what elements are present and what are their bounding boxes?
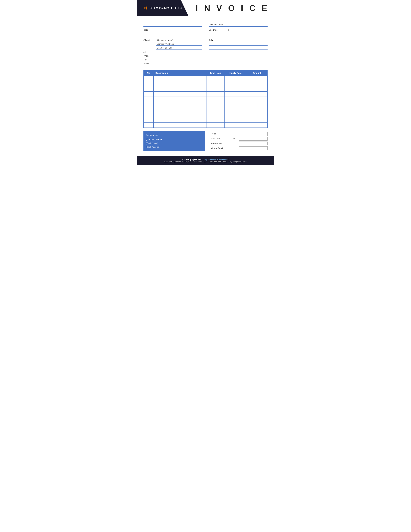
job-field-1[interactable]	[219, 39, 268, 42]
cell-8-0[interactable]	[144, 117, 154, 123]
cell-0-3[interactable]	[224, 76, 246, 81]
cell-4-2[interactable]	[206, 97, 224, 102]
col-amount: Amount	[246, 70, 267, 76]
footer-section: Payment to : [Company Name] [Bank Name] …	[137, 131, 274, 151]
cell-0-2[interactable]	[206, 76, 224, 81]
payment-title: Payment to :	[146, 133, 202, 137]
total-label: Total	[211, 133, 231, 135]
payment-terms-label: Payment Terms	[209, 23, 228, 26]
cell-1-2[interactable]	[206, 81, 224, 86]
table-row[interactable]	[144, 86, 268, 92]
cell-5-3[interactable]	[224, 102, 246, 107]
cell-5-4[interactable]	[246, 102, 267, 107]
table-section: No Description Total Hour Hourly Rate Am…	[137, 70, 274, 128]
client-address[interactable]: [Company Address]	[156, 43, 202, 46]
cell-6-0[interactable]	[144, 107, 154, 112]
cell-2-0[interactable]	[144, 86, 154, 92]
cell-9-2[interactable]	[206, 123, 224, 128]
cell-6-3[interactable]	[224, 107, 246, 112]
cell-1-1[interactable]	[153, 81, 206, 86]
cell-9-1[interactable]	[153, 123, 206, 128]
cell-7-2[interactable]	[206, 112, 224, 117]
cell-0-1[interactable]	[153, 76, 206, 81]
cell-7-4[interactable]	[246, 112, 267, 117]
cell-2-2[interactable]	[206, 86, 224, 92]
cell-7-0[interactable]	[144, 112, 154, 117]
table-row[interactable]	[144, 112, 268, 117]
cell-6-1[interactable]	[153, 107, 206, 112]
cell-9-0[interactable]	[144, 123, 154, 128]
invoice-table: No Description Total Hour Hourly Rate Am…	[143, 70, 268, 128]
cell-5-1[interactable]	[153, 102, 206, 107]
table-row[interactable]	[144, 107, 268, 112]
cell-0-4[interactable]	[246, 76, 267, 81]
table-row[interactable]	[144, 92, 268, 97]
job-field-4[interactable]	[209, 50, 268, 53]
attn-value[interactable]	[157, 50, 202, 53]
cell-3-3[interactable]	[224, 92, 246, 97]
cell-3-2[interactable]	[206, 92, 224, 97]
job-field-3[interactable]	[209, 47, 268, 49]
cell-4-3[interactable]	[224, 97, 246, 102]
cell-4-4[interactable]	[246, 97, 267, 102]
cell-6-2[interactable]	[206, 107, 224, 112]
total-row: Total	[211, 132, 268, 136]
cell-0-0[interactable]	[144, 76, 154, 81]
cell-5-0[interactable]	[144, 102, 154, 107]
table-row[interactable]	[144, 97, 268, 102]
client-city[interactable]: [City, ST, ZIP Code]	[156, 47, 202, 49]
cell-2-1[interactable]	[153, 86, 206, 92]
date-label: Date	[143, 29, 163, 31]
cell-1-3[interactable]	[224, 81, 246, 86]
cell-9-4[interactable]	[246, 123, 267, 128]
payment-bank[interactable]: [Bank Name]	[146, 141, 202, 145]
footer-website[interactable]: http://freewordtemplates.net/	[204, 158, 229, 161]
client-company-name[interactable]: [Company Name]	[157, 39, 202, 42]
cell-3-1[interactable]	[153, 92, 206, 97]
payment-terms-row: Payment Terms :	[209, 23, 268, 27]
job-field-2[interactable]	[209, 43, 268, 46]
cell-1-4[interactable]	[246, 81, 267, 86]
phone-value[interactable]	[157, 54, 202, 57]
cell-8-2[interactable]	[206, 117, 224, 123]
no-row: No :	[143, 23, 202, 27]
cell-6-4[interactable]	[246, 107, 267, 112]
table-row[interactable]	[144, 123, 268, 128]
cell-2-4[interactable]	[246, 86, 267, 92]
invoice-title: I N V O I C E	[196, 3, 269, 13]
cell-5-2[interactable]	[206, 102, 224, 107]
footer-line-2: 8030 Harrington Rd, Miami, USA | Ph 555-…	[140, 161, 271, 163]
table-row[interactable]	[144, 102, 268, 107]
job-label: Job	[209, 39, 217, 42]
cell-4-0[interactable]	[144, 97, 154, 102]
table-row[interactable]	[144, 117, 268, 123]
bottom-footer: Company System Inc. | http://freewordtem…	[137, 156, 274, 165]
cell-9-3[interactable]	[224, 123, 246, 128]
email-value[interactable]	[157, 62, 202, 65]
table-row[interactable]	[144, 76, 268, 81]
col-total-hour: Total Hour	[206, 70, 224, 76]
state-tax-value[interactable]	[239, 137, 268, 141]
cell-4-1[interactable]	[153, 97, 206, 102]
cell-8-4[interactable]	[246, 117, 267, 123]
federal-tax-value[interactable]	[239, 142, 268, 145]
cell-1-0[interactable]	[144, 81, 154, 86]
payment-account[interactable]: [Bank Account]	[146, 145, 202, 149]
table-row[interactable]	[144, 81, 268, 86]
client-email-row: Email :	[143, 62, 202, 65]
fax-value[interactable]	[157, 58, 202, 61]
client-attn-row: Attn :	[143, 50, 202, 53]
job-colon: :	[217, 39, 217, 42]
cell-7-1[interactable]	[153, 112, 206, 117]
cell-7-3[interactable]	[224, 112, 246, 117]
cell-8-1[interactable]	[153, 117, 206, 123]
federal-tax-label: Federal Tax	[211, 142, 231, 145]
state-tax-row: State Tax 3%	[211, 137, 268, 141]
cell-8-3[interactable]	[224, 117, 246, 123]
cell-3-4[interactable]	[246, 92, 267, 97]
grand-total-value[interactable]	[239, 146, 268, 150]
payment-company[interactable]: [Company Name]	[146, 138, 202, 141]
cell-3-0[interactable]	[144, 92, 154, 97]
total-value[interactable]	[239, 132, 268, 136]
cell-2-3[interactable]	[224, 86, 246, 92]
